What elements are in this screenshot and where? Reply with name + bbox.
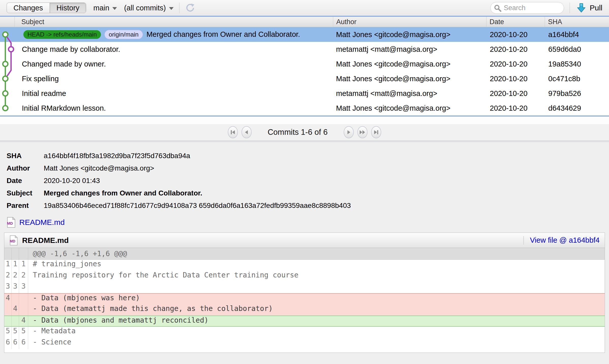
changed-file-row: MD README.md [7,217,609,228]
commit-sha: 979ba526 [545,89,609,98]
column-header-sha[interactable]: SHA [545,17,609,27]
commit-subject: Merged changes from Owner and Collaborat… [146,30,300,39]
commit-subject-cell: Initial RMarkdown lesson. [0,104,333,112]
pagination-fast-forward-button[interactable] [357,126,368,138]
diff-line-number: 5 [12,327,19,338]
detail-field-label: Author [7,162,44,174]
diff-file-title: README.md [22,236,69,245]
commit-detail: SHAa164bbf4f18fbf3a1982d9ba7f23f5d763dba… [0,142,609,212]
commit-list: HEAD -> refs/heads/mainorigin/mainMerged… [0,27,609,115]
diff-line-number: 6 [4,338,12,349]
column-header-date[interactable]: Date [486,17,545,27]
commit-date: 2020-10-20 [486,45,545,54]
tab-changes[interactable]: Changes [7,3,50,13]
view-file-link[interactable]: View file @ a164bbf4 [530,236,600,244]
diff-line-number: 1 [19,260,28,271]
branch-dropdown[interactable]: main [93,4,117,12]
column-header-graph [0,17,15,27]
detail-field-value: 2020-10-20 01:43 [44,174,609,187]
diff-line-number: 4 [4,294,12,304]
pagination-first-button[interactable] [228,126,238,138]
commit-row[interactable]: Fix spellingMatt Jones <gitcode@magisa.o… [0,71,609,86]
commit-row[interactable]: Changed made by owner.Matt Jones <gitcod… [0,57,609,71]
pull-button[interactable]: Pull [576,3,602,13]
md-file-icon: MD [7,217,16,228]
commit-date: 2020-10-20 [486,60,545,68]
diff-line-row: 333 [4,282,605,293]
diff-line-number: 6 [19,338,28,349]
search-field [490,2,564,14]
header-divider [523,236,524,245]
branch-badge-remote: origin/main [104,30,143,39]
diff-line-number: 1 [12,260,19,271]
commit-subject-cell: Change made by collaborator. [0,45,333,54]
commit-date: 2020-10-20 [486,75,545,83]
column-header-subject[interactable]: Subject [15,17,333,27]
detail-field-value: Matt Jones <gitcode@magisa.org> [44,162,609,174]
pull-arrow-icon [576,3,586,13]
spacer-strip [0,117,609,124]
commit-sha: 19a85340 [545,60,609,68]
diff-line-number: 4 [19,316,28,326]
detail-field-label: Subject [7,187,44,199]
diff-line-number: 2 [12,271,19,282]
diff-line-row: 555- Metadata [4,327,605,338]
commit-date: 2020-10-20 [486,89,545,98]
pagination-bar: Commits 1-6 of 6 [0,124,609,140]
commit-author: Matt Jones <gitcode@magisa.org> [333,104,486,112]
pagination-status: Commits 1-6 of 6 [268,128,328,137]
diff-line-number: 1 [4,260,12,271]
column-header-author[interactable]: Author [333,17,486,27]
commit-author: Matt Jones <gitcode@magisa.org> [333,75,486,83]
refresh-button[interactable] [185,3,195,13]
next-icon [346,129,352,135]
detail-field: Date2020-10-20 01:43 [7,174,609,187]
diff-line-number [12,248,19,259]
detail-field: SHAa164bbf4f18fbf3a1982d9ba7f23f5d763dba… [7,150,609,162]
diff-line-text: - Science [28,338,605,349]
skip-to-last-icon [373,129,379,135]
diff-line-number: 3 [19,282,28,293]
file-link-readme[interactable]: README.md [19,218,65,227]
diff-line-row: 4- Data (metamattj made this change, as … [4,304,605,316]
commit-row[interactable]: Initial RMarkdown lesson.Matt Jones <git… [0,101,609,115]
detail-field-label: Date [7,174,44,187]
refresh-icon [185,3,195,13]
tab-history[interactable]: History [50,3,86,13]
commit-table-header: Subject Author Date SHA [0,17,609,27]
commit-filter-dropdown[interactable]: (all commits) [124,4,173,12]
diff-line-number: 4 [12,304,19,316]
branch-dropdown-label: main [93,4,109,12]
commit-subject-cell: Initial readme [0,89,333,98]
commit-subject: Initial readme [22,89,66,98]
svg-text:MD: MD [7,221,13,225]
diff-line-number: 6 [12,338,19,349]
diff-lines: 111# training_jones222Training repositor… [4,260,605,349]
svg-text:MD: MD [10,239,15,243]
diff-line-row: 111# training_jones [4,260,605,271]
commit-row[interactable]: HEAD -> refs/heads/mainorigin/mainMerged… [0,27,609,42]
commit-row[interactable]: Initial readmemetamattj <matt@magisa.org… [0,86,609,101]
diff-line-number [19,248,28,259]
commit-subject-cell: Changed made by owner. [0,60,333,68]
pull-button-label: Pull [590,4,602,12]
diff-line-number [12,294,19,304]
diff-line-row: 4- Data (mbjones and metamattj reconcile… [4,316,605,327]
pagination-previous-button[interactable] [241,126,252,138]
pagination-next-button[interactable] [344,126,354,138]
diff-line-number: 2 [19,271,28,282]
diff-line-number [19,294,28,304]
diff-line-number: 5 [19,327,28,338]
md-file-icon: MD [9,235,18,246]
commit-row[interactable]: Change made by collaborator.metamattj <m… [0,42,609,57]
diff-line-row: 4- Data (mbjones was here) [4,293,605,304]
diff-hunk-text: @@@ -1,6 -1,6 +1,6 @@@ [28,248,605,259]
commit-subject: Fix spelling [22,75,59,83]
commit-date: 2020-10-20 [486,104,545,112]
toolbar-divider [570,3,570,13]
diff-line-number [12,316,19,326]
diff-line-text: Training repository for the Arctic Data … [28,271,605,282]
pagination-last-button[interactable] [371,126,381,138]
diff-line-number: 3 [4,282,12,293]
diff-line-text [28,282,605,293]
